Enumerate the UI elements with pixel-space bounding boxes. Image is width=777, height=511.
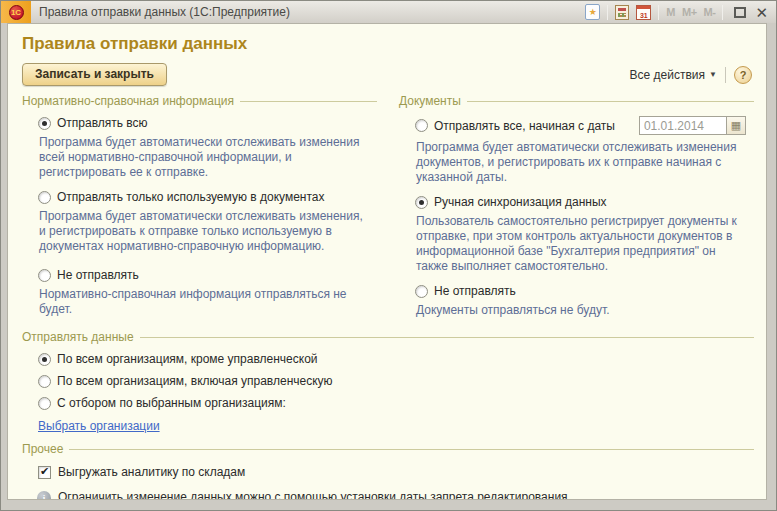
- window-title: Правила отправки данных (1С:Предприятие): [39, 5, 585, 19]
- help-button[interactable]: ?: [734, 66, 752, 84]
- radio-option-no-send-docs[interactable]: Не отправлять: [415, 284, 754, 298]
- memory-m-plus-button[interactable]: M+: [682, 6, 697, 18]
- date-picker-icon[interactable]: ▦: [727, 116, 746, 135]
- start-date-input[interactable]: [639, 116, 727, 135]
- radio-button[interactable]: [38, 117, 51, 130]
- maximize-button[interactable]: [734, 7, 746, 18]
- calculator-icon[interactable]: [615, 5, 629, 20]
- radio-option-selected-orgs[interactable]: С отбором по выбранным организациям:: [38, 396, 754, 410]
- option-description: Программа будет автоматически отслеживат…: [416, 140, 740, 185]
- radio-label: Не отправлять: [434, 284, 516, 298]
- radio-option-send-docs-from-date[interactable]: Отправлять все, начиная с даты ▦: [415, 116, 754, 135]
- radio-label: Отправлять все, начиная с даты: [434, 119, 615, 133]
- radio-button[interactable]: [38, 269, 51, 282]
- calendar-icon[interactable]: 31: [636, 5, 651, 20]
- all-actions-label: Все действия: [630, 68, 705, 82]
- radio-option-send-all-nsi[interactable]: Отправлять всю: [38, 116, 377, 130]
- memory-m-minus-button[interactable]: M-: [704, 6, 716, 18]
- radio-button[interactable]: [38, 375, 51, 388]
- radio-option-no-send-nsi[interactable]: Не отправлять: [38, 268, 377, 282]
- titlebar: 1С Правила отправки данных (1С:Предприят…: [1, 1, 776, 23]
- group-divider: [467, 101, 754, 102]
- close-button[interactable]: ✕: [755, 7, 768, 18]
- info-icon: i: [37, 491, 51, 500]
- radio-option-all-orgs-except-mgmt[interactable]: По всем организациям, кроме управленческ…: [38, 352, 754, 366]
- group-send-data: Отправлять данные По всем организациям, …: [8, 330, 766, 433]
- info-note: i Ограничить изменение данных можно с по…: [37, 490, 754, 500]
- 1c-logo-icon: 1С: [9, 5, 24, 20]
- radio-label: По всем организациям, кроме управленческ…: [57, 352, 318, 366]
- app-window: 1С Правила отправки данных (1С:Предприят…: [0, 0, 777, 511]
- group-divider: [140, 337, 754, 338]
- radio-label: С отбором по выбранным организациям:: [57, 396, 286, 410]
- radio-option-send-used-nsi[interactable]: Отправлять только используемую в докумен…: [38, 190, 377, 204]
- radio-button[interactable]: [38, 397, 51, 410]
- radio-button[interactable]: [38, 353, 51, 366]
- group-nsi: Нормативно-справочная информация Отправл…: [22, 86, 377, 328]
- radio-label: Не отправлять: [57, 268, 139, 282]
- save-and-close-button[interactable]: Записать и закрыть: [22, 63, 167, 86]
- titlebar-separator: [722, 5, 723, 20]
- option-description: Программа будет автоматически отслеживат…: [39, 209, 363, 254]
- toolbar-separator: [725, 67, 726, 83]
- titlebar-separator: [607, 5, 608, 20]
- radio-option-manual-sync[interactable]: Ручная синхронизация данных: [415, 195, 754, 209]
- page-title: Правила отправки данных: [22, 34, 766, 54]
- radio-label: Ручная синхронизация данных: [434, 195, 607, 209]
- memory-m-button[interactable]: M: [666, 6, 675, 18]
- group-other-title: Прочее: [22, 442, 63, 456]
- radio-button[interactable]: [415, 119, 428, 132]
- radio-label: По всем организациям, включая управленче…: [57, 374, 333, 388]
- titlebar-separator: [658, 5, 659, 20]
- group-divider: [240, 101, 377, 102]
- option-description: Документы отправляться не будут.: [416, 303, 740, 318]
- group-other: Прочее Выгружать аналитику по складам i …: [8, 442, 766, 500]
- checkbox-label: Выгружать аналитику по складам: [58, 465, 245, 479]
- group-send-data-title: Отправлять данные: [22, 330, 134, 344]
- group-nsi-title: Нормативно-справочная информация: [22, 94, 234, 108]
- radio-button[interactable]: [415, 285, 428, 298]
- toolbar: Записать и закрыть Все действия ▼ ?: [22, 63, 752, 86]
- checkbox-export-warehouse-analytics[interactable]: Выгружать аналитику по складам: [38, 465, 754, 479]
- option-description: Программа будет автоматически отслеживат…: [39, 135, 363, 180]
- form-content: Правила отправки данных Записать и закры…: [7, 23, 767, 500]
- radio-label: Отправлять только используемую в докумен…: [57, 190, 325, 204]
- option-description: Пользователь самостоятельно регистрирует…: [416, 214, 740, 274]
- option-description: Нормативно-справочная информация отправл…: [39, 287, 363, 317]
- group-documents-title: Документы: [399, 94, 461, 108]
- favorites-icon[interactable]: ★: [585, 4, 600, 20]
- radio-label: Отправлять всю: [57, 116, 148, 130]
- chevron-down-icon: ▼: [709, 70, 717, 79]
- group-divider: [69, 449, 754, 450]
- radio-option-all-orgs-incl-mgmt[interactable]: По всем организациям, включая управленче…: [38, 374, 754, 388]
- radio-button[interactable]: [415, 196, 428, 209]
- group-documents: Документы Отправлять все, начиная с даты…: [399, 86, 754, 328]
- titlebar-accent: 1С: [1, 1, 31, 23]
- radio-button[interactable]: [38, 191, 51, 204]
- all-actions-button[interactable]: Все действия ▼: [630, 68, 717, 82]
- choose-organizations-link[interactable]: Выбрать организации: [38, 419, 160, 433]
- checkbox[interactable]: [38, 466, 51, 479]
- info-text: Ограничить изменение данных можно с помо…: [58, 490, 571, 500]
